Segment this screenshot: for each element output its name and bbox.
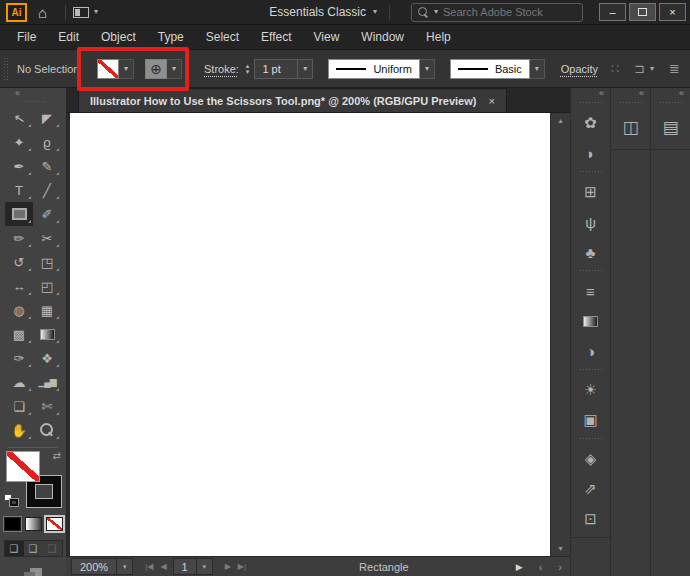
gradient-panel-button[interactable] xyxy=(574,306,608,336)
pen-tool[interactable]: ✒ xyxy=(5,154,33,178)
zoom-level-select[interactable]: 200% ▾ xyxy=(71,558,133,575)
menu-window[interactable]: Window xyxy=(350,30,415,44)
stroke-panel-button[interactable]: ≡ xyxy=(574,276,608,306)
swatches-panel-button[interactable]: ⊞ xyxy=(574,177,608,207)
stepper-down-icon[interactable]: ▾ xyxy=(246,69,250,75)
graphic-styles-panel-button[interactable]: ▣ xyxy=(574,405,608,435)
slice-tool[interactable]: ✄ xyxy=(33,394,61,418)
lasso-tool[interactable]: ϱ xyxy=(33,130,61,154)
chevron-down-icon[interactable]: ▾ xyxy=(297,60,312,78)
chevron-down-icon[interactable]: ▾ xyxy=(650,65,654,73)
transparency-panel-button[interactable]: ◑ xyxy=(574,336,608,366)
line-segment-tool[interactable]: ╱ xyxy=(33,178,61,202)
width-tool[interactable]: ↔ xyxy=(5,274,33,298)
panel-grip[interactable] xyxy=(3,57,8,81)
last-artboard-button[interactable]: ▶| xyxy=(238,562,246,571)
artboards-panel-button[interactable]: ⊡ xyxy=(574,504,608,534)
gradient-button[interactable] xyxy=(25,517,42,531)
stroke-dropdown-button[interactable]: ▾ xyxy=(167,59,182,79)
symbol-sprayer-tool[interactable]: ☁ xyxy=(5,370,33,394)
minimize-button[interactable]: – xyxy=(599,3,626,21)
stroke-weight-stepper[interactable]: ▴ ▾ xyxy=(246,63,250,75)
vertical-scrollbar[interactable]: ▴ ▾ xyxy=(550,113,570,556)
workspace-selector[interactable]: Essentials Classic ▾ xyxy=(269,5,377,19)
search-input[interactable] xyxy=(443,6,555,18)
column-graph-tool[interactable]: ▁▄▆ xyxy=(33,370,61,394)
menu-type[interactable]: Type xyxy=(147,30,195,44)
menu-select[interactable]: Select xyxy=(195,30,250,44)
artboard-number-select[interactable]: 1 ▾ xyxy=(173,558,213,575)
blend-tool[interactable]: ❖ xyxy=(33,346,61,370)
brush-definition-select[interactable]: Basic ▾ xyxy=(450,59,545,79)
panel-grip[interactable] xyxy=(579,269,603,273)
draw-inside-button[interactable]: ❑ xyxy=(43,541,62,556)
previous-artboard-button[interactable]: ◀ xyxy=(160,562,166,571)
panel-grip[interactable] xyxy=(579,437,603,441)
adobe-stock-search[interactable]: ▾ xyxy=(411,3,583,22)
gradient-tool[interactable] xyxy=(33,322,61,346)
brushes-panel-button[interactable]: ψ xyxy=(574,207,608,237)
tab-close-icon[interactable]: × xyxy=(488,95,494,107)
scroll-up-icon[interactable]: ▴ xyxy=(558,116,562,125)
artboard-canvas[interactable] xyxy=(70,113,550,556)
next-artboard-button[interactable]: ▶ xyxy=(225,562,231,571)
stroke-weight-label[interactable]: Stroke: xyxy=(204,63,239,75)
color-guide-panel-button[interactable]: ◗ xyxy=(574,138,608,168)
arrange-documents-icon[interactable]: ⊐ xyxy=(634,62,645,75)
shaper-tool[interactable]: ✏ xyxy=(5,226,33,250)
workspace-switcher-button[interactable]: ▾ xyxy=(73,7,98,18)
scroll-left-icon[interactable]: ‹ xyxy=(539,561,543,573)
panel-grip[interactable] xyxy=(619,101,643,105)
layers-panel-button[interactable]: ◈ xyxy=(574,444,608,474)
perspective-grid-tool[interactable]: ▦ xyxy=(33,298,61,322)
fill-dropdown-button[interactable]: ▾ xyxy=(119,59,134,79)
eyedropper-tool[interactable]: ✑ xyxy=(5,346,33,370)
draw-normal-button[interactable]: ❑ xyxy=(5,541,24,556)
panel-grip[interactable] xyxy=(579,170,603,174)
scale-tool[interactable]: ◳ xyxy=(33,250,61,274)
curvature-tool[interactable]: ✎ xyxy=(33,154,61,178)
dock-collapse-icon[interactable]: « xyxy=(679,88,684,98)
dock-collapse-icon[interactable]: « xyxy=(639,88,644,98)
stroke-color-swatch[interactable]: ⊕ xyxy=(145,59,167,79)
status-display[interactable]: Rectangle xyxy=(252,561,516,573)
menu-object[interactable]: Object xyxy=(90,30,147,44)
appearance-panel-button[interactable]: ☀ xyxy=(574,375,608,405)
selection-tool[interactable]: ↖ xyxy=(5,106,33,130)
toolbar-collapse-icon[interactable]: « xyxy=(15,88,20,98)
width-profile-dropdown-button[interactable]: ▾ xyxy=(420,59,435,79)
rectangle-tool[interactable] xyxy=(5,202,33,226)
artboard-tool[interactable]: ❏ xyxy=(5,394,33,418)
panel-grip[interactable] xyxy=(579,368,603,372)
graphic-style-grid-icon[interactable]: ∷ xyxy=(611,62,619,75)
default-fill-stroke-icon[interactable] xyxy=(4,494,18,506)
fill-proxy-swatch[interactable] xyxy=(6,451,40,482)
swap-fill-stroke-icon[interactable]: ⇄ xyxy=(53,451,61,461)
none-button[interactable] xyxy=(46,517,63,531)
screen-mode-button[interactable] xyxy=(24,564,42,576)
zoom-tool[interactable] xyxy=(33,418,61,442)
shape-builder-tool[interactable]: ◍ xyxy=(5,298,33,322)
panel-grip[interactable] xyxy=(659,101,683,105)
brush-dropdown-button[interactable]: ▾ xyxy=(530,59,545,79)
menu-edit[interactable]: Edit xyxy=(47,30,90,44)
play-icon[interactable]: ▶ xyxy=(516,562,523,572)
rotate-tool[interactable]: ↺ xyxy=(5,250,33,274)
menu-help[interactable]: Help xyxy=(415,30,462,44)
panel-grip[interactable] xyxy=(20,100,46,103)
symbols-panel-button[interactable]: ♣ xyxy=(574,237,608,267)
menu-view[interactable]: View xyxy=(303,30,351,44)
menu-effect[interactable]: Effect xyxy=(250,30,302,44)
mesh-tool[interactable]: ▩ xyxy=(5,322,33,346)
color-button[interactable] xyxy=(4,517,21,531)
scroll-down-icon[interactable]: ▾ xyxy=(558,544,562,553)
dock-collapse-icon[interactable]: « xyxy=(599,88,604,98)
paintbrush-tool[interactable]: ✐ xyxy=(33,202,61,226)
libraries-panel-button[interactable]: ▤ xyxy=(654,108,688,146)
magic-wand-tool[interactable]: ✦ xyxy=(5,130,33,154)
asset-export-panel-button[interactable]: ⇗ xyxy=(574,474,608,504)
panel-grip[interactable] xyxy=(579,101,603,105)
free-transform-tool[interactable]: ◰ xyxy=(33,274,61,298)
type-tool[interactable]: T xyxy=(5,178,33,202)
stroke-weight-select[interactable]: 1 pt ▾ xyxy=(254,59,313,79)
